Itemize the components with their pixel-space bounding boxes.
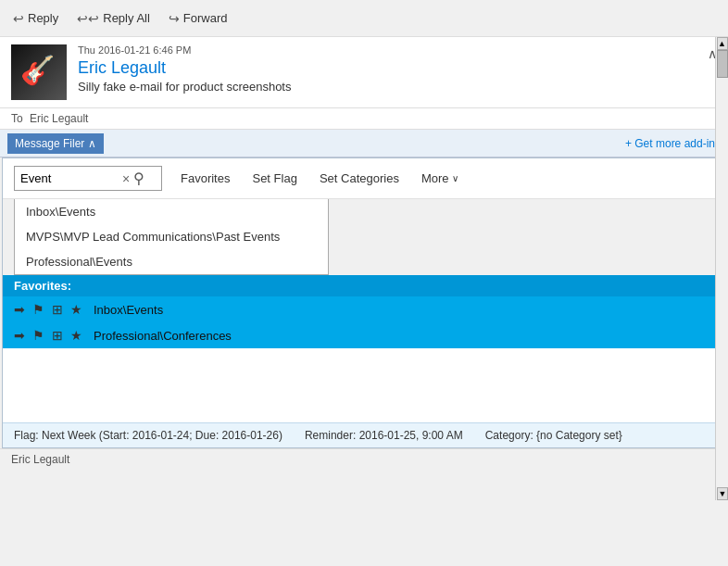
email-subject: Silly fake e-mail for product screenshot…	[78, 80, 697, 94]
status-category: Category: {no Category set}	[485, 429, 622, 442]
autocomplete-dropdown: Inbox\Events MVPS\MVP Lead Communication…	[14, 199, 329, 275]
avatar-image	[11, 44, 67, 100]
search-input-wrap: × ⚲	[14, 166, 162, 191]
email-toolbar: ↩ Reply ↩↩ Reply All ↪ Forward	[0, 0, 728, 37]
to-line: To Eric Legault	[0, 108, 728, 130]
search-bar: × ⚲ Favorites Set Flag Set Categories Mo…	[3, 158, 725, 199]
favorites-button[interactable]: Favorites	[177, 170, 233, 187]
favorite-row[interactable]: ➡ ⚑ ⊞ ★ Inbox\Events	[3, 296, 725, 322]
more-label: More	[421, 171, 449, 185]
favorites-header: Favorites:	[3, 275, 725, 296]
flag-icon: ⚑	[32, 302, 44, 317]
favorite-path: Professional\Conferences	[94, 329, 232, 343]
flag-icon: ⚑	[32, 328, 44, 343]
star-icon: ★	[70, 302, 82, 317]
forward-button[interactable]: ↪ Forward	[165, 9, 232, 28]
grid-icon: ⊞	[52, 302, 63, 317]
reply-all-icon: ↩↩	[77, 11, 99, 26]
autocomplete-item[interactable]: Professional\Events	[15, 249, 328, 274]
email-datetime: Thu 2016-01-21 6:46 PM	[78, 44, 697, 56]
get-more-addins-link[interactable]: + Get more add-ins	[625, 137, 721, 150]
avatar	[11, 44, 67, 100]
more-button[interactable]: More ∨	[418, 170, 462, 187]
reply-all-button[interactable]: ↩↩ Reply All	[73, 9, 154, 28]
favorite-row[interactable]: ➡ ⚑ ⊞ ★ Professional\Conferences	[3, 322, 725, 348]
to-label: To	[11, 112, 23, 125]
search-icon-button[interactable]: ⚲	[133, 170, 144, 187]
search-input[interactable]	[20, 171, 122, 185]
status-bar: Flag: Next Week (Start: 2016-01-24; Due:…	[3, 422, 725, 447]
reply-label: Reply	[28, 11, 58, 25]
move-icon: ➡	[14, 302, 25, 317]
move-icon: ➡	[14, 328, 25, 343]
status-reminder: Reminder: 2016-01-25, 9:00 AM	[305, 429, 463, 442]
scrollbar[interactable]: ▲ ▼	[715, 37, 728, 500]
email-meta: Thu 2016-01-21 6:46 PM Eric Legault Sill…	[78, 44, 697, 94]
reply-icon: ↩	[13, 11, 24, 26]
autocomplete-item[interactable]: MVPS\MVP Lead Communications\Past Events	[15, 224, 328, 249]
empty-area	[3, 348, 725, 422]
scroll-thumb[interactable]	[717, 50, 728, 78]
autocomplete-item[interactable]: Inbox\Events	[15, 199, 328, 224]
footer: Eric Legault	[0, 448, 715, 470]
grid-icon: ⊞	[52, 328, 63, 343]
message-filer-label[interactable]: Message Filer ∧	[7, 133, 104, 154]
message-filer-chevron: ∧	[88, 137, 96, 150]
footer-text: Eric Legault	[11, 453, 69, 466]
search-toolbar: Favorites Set Flag Set Categories More ∨	[177, 170, 714, 187]
forward-icon: ↪	[169, 11, 180, 26]
forward-label: Forward	[183, 11, 228, 25]
favorite-path: Inbox\Events	[94, 303, 163, 317]
filer-panel: × ⚲ Favorites Set Flag Set Categories Mo…	[2, 157, 726, 448]
status-flag: Flag: Next Week (Start: 2016-01-24; Due:…	[14, 429, 282, 442]
email-sender: Eric Legault	[78, 58, 697, 78]
message-filer-bar: Message Filer ∧ + Get more add-ins	[0, 130, 728, 157]
more-chevron-icon: ∨	[452, 173, 458, 183]
message-filer-text: Message Filer	[15, 137, 84, 150]
scroll-up-button[interactable]: ▲	[717, 37, 728, 50]
scroll-down-button[interactable]: ▼	[717, 487, 728, 500]
email-header: Thu 2016-01-21 6:46 PM Eric Legault Sill…	[0, 37, 728, 108]
search-clear-button[interactable]: ×	[122, 171, 130, 186]
to-recipient: Eric Legault	[30, 112, 88, 125]
set-flag-button[interactable]: Set Flag	[248, 170, 300, 187]
reply-all-label: Reply All	[103, 11, 150, 25]
set-categories-button[interactable]: Set Categories	[316, 170, 403, 187]
star-icon: ★	[70, 328, 82, 343]
reply-button[interactable]: ↩ Reply	[9, 9, 62, 28]
